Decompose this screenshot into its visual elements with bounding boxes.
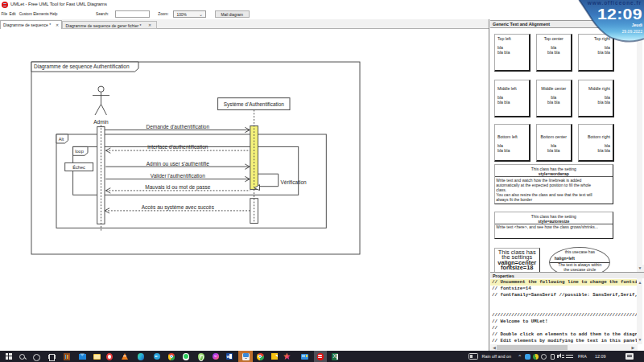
svg-text:interface d'authentification: interface d'authentification <box>147 144 208 150</box>
svg-text:Échec: Échec <box>72 165 85 170</box>
svg-text:Vérification: Vérification <box>281 179 308 185</box>
svg-text:Valider l'authentification: Valider l'authentification <box>151 173 205 179</box>
svg-text:Mauvais id ou mot de passe: Mauvais id ou mot de passe <box>145 184 210 191</box>
svg-text:Diagramme de sequence Authenti: Diagramme de sequence Authentification <box>34 64 130 70</box>
svg-text:Admin: Admin <box>93 119 109 125</box>
svg-text:Alt: Alt <box>59 137 64 142</box>
svg-text:Accès au système avec succès: Accès au système avec succès <box>142 204 215 211</box>
svg-text:Admin ou user s'authentifie: Admin ou user s'authentifie <box>147 161 210 167</box>
svg-text:Demande d'authentification: Demande d'authentification <box>147 124 210 130</box>
svg-text:loop: loop <box>75 149 84 154</box>
svg-text:Système d'Authentification: Système d'Authentification <box>224 101 285 108</box>
